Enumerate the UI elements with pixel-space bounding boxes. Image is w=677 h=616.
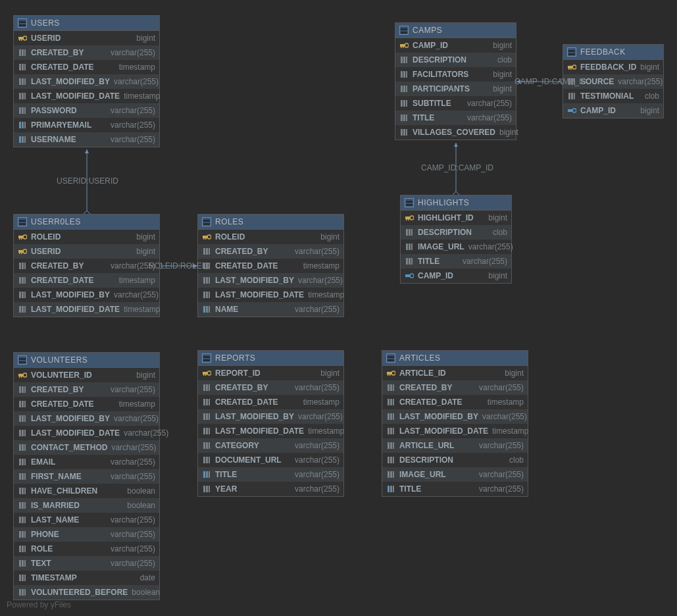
column-name: TITLE bbox=[418, 257, 459, 266]
column-row[interactable]: CAMP_IDbigint bbox=[563, 103, 663, 118]
svg-rect-137 bbox=[22, 459, 24, 465]
column-row[interactable]: CREATED_BYvarchar(255) bbox=[382, 380, 528, 395]
table-userroles[interactable]: USERR0LES ROLEIDbigintUSERIDbigintCREATE… bbox=[13, 214, 160, 317]
table-reports[interactable]: REPORTS REPORT_IDbigintCREATED_BYvarchar… bbox=[197, 350, 344, 497]
column-row[interactable]: ROLEIDbigint bbox=[14, 230, 159, 244]
column-name: DESCRIPTION bbox=[399, 455, 505, 465]
column-row[interactable]: CREATED_BYvarchar(255) bbox=[198, 380, 343, 395]
table-camps[interactable]: CAMPS CAMP_IDbigintDESCRIPTIONclobFACILI… bbox=[395, 22, 516, 140]
column-row[interactable]: CAMP_IDbigint bbox=[401, 269, 511, 283]
column-row[interactable]: EMAILvarchar(255) bbox=[14, 455, 159, 469]
column-row[interactable]: CATEGORYvarchar(255) bbox=[198, 438, 343, 453]
column-row[interactable]: CREATED_BYvarchar(255) bbox=[14, 45, 159, 60]
column-row[interactable]: DESCRIPTIONclob bbox=[395, 53, 516, 67]
column-row[interactable]: HAVE_CHILDRENboolean bbox=[14, 484, 159, 498]
column-type: bigint bbox=[640, 63, 659, 72]
table-users[interactable]: USERS USERIDbigintCREATED_BYvarchar(255)… bbox=[13, 15, 160, 147]
column-name: VOLUNTEER_ID bbox=[31, 371, 132, 380]
column-row[interactable]: TESTIMONIALclob bbox=[563, 89, 663, 103]
column-row[interactable]: VOLUNTEER_IDbigint bbox=[14, 368, 159, 382]
column-row[interactable]: LAST_MODIFIED_BYvarchar(255) bbox=[198, 409, 343, 424]
svg-rect-182 bbox=[203, 442, 205, 449]
column-row[interactable]: PHONEvarchar(255) bbox=[14, 527, 159, 542]
column-row[interactable]: CREATED_DATEtimestamp bbox=[14, 397, 159, 411]
column-type: bigint bbox=[505, 369, 524, 378]
svg-rect-200 bbox=[393, 384, 394, 391]
column-row[interactable]: TEXTvarchar(255) bbox=[14, 556, 159, 571]
column-row[interactable]: DESCRIPTIONclob bbox=[382, 453, 528, 467]
column-row[interactable]: PRIMARYEMAILvarchar(255) bbox=[14, 118, 159, 132]
table-articles[interactable]: ARTICLES ARTICLE_IDbigintCREATED_BYvarch… bbox=[382, 350, 528, 497]
column-row[interactable]: DESCRIPTIONclob bbox=[401, 225, 511, 240]
column-row[interactable]: LAST_MODIFIED_DATEtimestamp bbox=[14, 89, 159, 103]
column-row[interactable]: PASSWORDvarchar(255) bbox=[14, 103, 159, 118]
table-highlights[interactable]: HIGHLIGHTS HIGHLIGHT_IDbigintDESCRIPTION… bbox=[400, 195, 512, 284]
column-row[interactable]: NAMEvarchar(255) bbox=[198, 302, 343, 317]
column-row[interactable]: TITLEvarchar(255) bbox=[395, 111, 516, 125]
column-row[interactable]: PARTICIPANTSbigint bbox=[395, 82, 516, 96]
column-row[interactable]: LAST_MODIFIED_BYvarchar(255) bbox=[198, 273, 343, 288]
column-row[interactable]: CREATED_DATEtimestamp bbox=[198, 259, 343, 273]
column-row[interactable]: LAST_MODIFIED_DATEvarchar(255) bbox=[14, 426, 159, 440]
table-header: HIGHLIGHTS bbox=[401, 195, 511, 211]
column-row[interactable]: REPORT_IDbigint bbox=[198, 366, 343, 380]
column-row[interactable]: USERIDbigint bbox=[14, 244, 159, 259]
table-roles[interactable]: ROLES ROLEIDbigintCREATED_BYvarchar(255)… bbox=[197, 214, 344, 317]
column-row[interactable]: SUBTITLEvarchar(255) bbox=[395, 96, 516, 111]
svg-rect-221 bbox=[393, 486, 394, 492]
column-row[interactable]: CREATED_BYvarchar(255) bbox=[14, 382, 159, 397]
column-row[interactable]: CREATED_BYvarchar(255) bbox=[14, 259, 159, 273]
table-icon bbox=[18, 18, 27, 28]
column-row[interactable]: IMAGE_URLvarchar(255) bbox=[401, 240, 511, 254]
svg-rect-22 bbox=[24, 107, 26, 114]
column-row[interactable]: FACILITATORSbigint bbox=[395, 67, 516, 82]
svg-rect-31 bbox=[19, 238, 20, 240]
column-row[interactable]: ARTICLE_IDbigint bbox=[382, 366, 528, 380]
column-row[interactable]: LAST_MODIFIED_DATEtimestamp bbox=[198, 424, 343, 438]
column-row[interactable]: IS_MARRIEDboolean bbox=[14, 498, 159, 513]
column-row[interactable]: LAST_MODIFIED_BYvarchar(255) bbox=[14, 74, 159, 89]
column-row[interactable]: VILLAGES_COVEREDbigint bbox=[395, 125, 516, 140]
table-header: USERR0LES bbox=[14, 215, 159, 230]
column-row[interactable]: HIGHLIGHT_IDbigint bbox=[401, 211, 511, 225]
table-volunteers[interactable]: VOLUNTEERS VOLUNTEER_IDbigintCREATED_BYv… bbox=[13, 352, 160, 600]
column-type: varchar(255) bbox=[111, 443, 156, 452]
column-row[interactable]: LAST_MODIFIED_DATEtimestamp bbox=[14, 302, 159, 317]
column-row[interactable]: DOCUMENT_URLvarchar(255) bbox=[198, 453, 343, 467]
column-row[interactable]: FEEDBACK_IDbigint bbox=[563, 60, 663, 74]
column-row[interactable]: TIMESTAMPdate bbox=[14, 571, 159, 585]
column-row[interactable]: CAMP_IDbigint bbox=[395, 38, 516, 53]
column-type: varchar(255) bbox=[111, 106, 155, 115]
column-row[interactable]: ROLEvarchar(255) bbox=[14, 542, 159, 556]
column-row[interactable]: TITLEvarchar(255) bbox=[198, 467, 343, 482]
footer-credit: Powered by yFiles bbox=[7, 600, 71, 609]
column-row[interactable]: LAST_MODIFIED_BYvarchar(255) bbox=[14, 288, 159, 302]
column-row[interactable]: LAST_MODIFIED_DATEtimestamp bbox=[382, 424, 528, 438]
column-row[interactable]: CREATED_BYvarchar(255) bbox=[198, 244, 343, 259]
column-row[interactable]: ROLEIDbigint bbox=[198, 230, 343, 244]
column-row[interactable]: YEARvarchar(255) bbox=[198, 482, 343, 496]
column-row[interactable]: VOLUNTEERED_BEFOREboolean bbox=[14, 585, 159, 600]
column-row[interactable]: CONTACT_METHODvarchar(255) bbox=[14, 440, 159, 455]
column-name: TEXT bbox=[31, 559, 107, 568]
column-row[interactable]: CREATED_DATEtimestamp bbox=[382, 395, 528, 409]
column-row[interactable]: IMAGE_URLvarchar(255) bbox=[382, 467, 528, 482]
column-row[interactable]: CREATED_DATEtimestamp bbox=[14, 273, 159, 288]
column-row[interactable]: USERNAMEvarchar(255) bbox=[14, 132, 159, 147]
column-row[interactable]: LAST_MODIFIED_DATEtimestamp bbox=[198, 288, 343, 302]
svg-rect-163 bbox=[19, 589, 21, 596]
column-type: bigint bbox=[640, 106, 659, 115]
column-icon bbox=[386, 383, 395, 392]
column-row[interactable]: TITLEvarchar(255) bbox=[382, 482, 528, 496]
svg-rect-150 bbox=[24, 517, 26, 523]
column-row[interactable]: CREATED_DATEtimestamp bbox=[198, 395, 343, 409]
column-row[interactable]: LAST_MODIFIED_BYvarchar(255) bbox=[14, 411, 159, 426]
column-row[interactable]: ARTICLE_URLvarchar(255) bbox=[382, 438, 528, 453]
column-row[interactable]: LAST_NAMEvarchar(255) bbox=[14, 513, 159, 527]
column-row[interactable]: FIRST_NAMEvarchar(255) bbox=[14, 469, 159, 484]
column-row[interactable]: TITLEvarchar(255) bbox=[401, 254, 511, 269]
column-row[interactable]: USERIDbigint bbox=[14, 31, 159, 45]
column-row[interactable]: LAST_MODIFIED_BYvarchar(255) bbox=[382, 409, 528, 424]
column-type: varchar(255) bbox=[467, 113, 512, 122]
column-row[interactable]: CREATED_DATEtimestamp bbox=[14, 60, 159, 74]
